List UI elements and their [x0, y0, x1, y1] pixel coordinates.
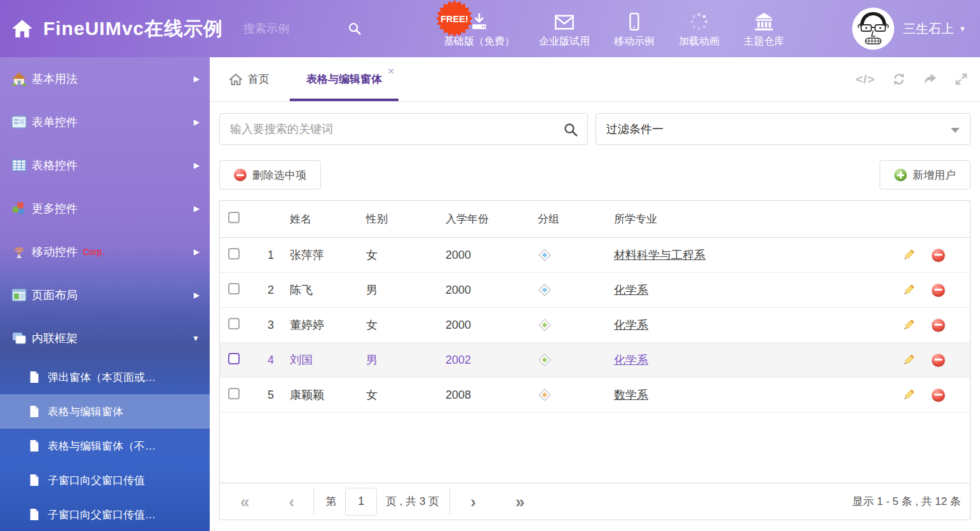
cell-gender: 女	[360, 387, 439, 403]
brand-logo[interactable]: FineUIMvc在线示例	[0, 16, 223, 42]
select-all-checkbox[interactable]	[228, 212, 240, 223]
sidebar-child-popup-window[interactable]: 弹出窗体（本页面或…	[0, 360, 210, 394]
app-title: FineUIMvc在线示例	[43, 16, 223, 42]
divider	[449, 488, 450, 515]
filter-dropdown[interactable]: 过滤条件一	[595, 113, 970, 145]
nav-mobile-demo[interactable]: 移动示例	[602, 10, 667, 48]
major-link[interactable]: 化学系	[614, 284, 648, 296]
tag-icon	[538, 353, 552, 367]
sidebar-item-iframe[interactable]: 内联框架 ▼	[0, 317, 210, 360]
nav-theme-store[interactable]: 主题仓库	[732, 10, 796, 48]
sidebar-item-page-layout[interactable]: 页面布局 ▶	[0, 273, 210, 317]
edit-pencil-icon[interactable]	[902, 249, 915, 262]
cell-gender: 男	[360, 282, 439, 298]
next-page-button[interactable]: ›	[470, 493, 476, 510]
edit-pencil-icon[interactable]	[902, 319, 915, 332]
row-checkbox[interactable]	[228, 353, 240, 364]
chevron-right-icon: ▶	[194, 204, 200, 213]
antenna-icon	[11, 244, 27, 259]
tab-home[interactable]: 首页	[229, 72, 269, 86]
major-link[interactable]: 化学系	[614, 319, 648, 331]
cell-year: 2000	[439, 319, 531, 332]
main-content: 首页 表格与编辑窗体 ✕ </>	[210, 57, 980, 531]
search-icon[interactable]	[563, 122, 578, 137]
edit-pencil-icon[interactable]	[902, 354, 915, 367]
filter-dropdown-value: 过滤条件一	[606, 121, 664, 137]
nav-enterprise-trial[interactable]: 企业版试用	[527, 10, 602, 48]
sidebar-item-form-controls[interactable]: 表单控件 ▶	[0, 100, 210, 144]
grid-toolbar: 删除选中项 新增用户	[219, 160, 970, 190]
tab-active-label: 表格与编辑窗体	[306, 72, 382, 86]
chevron-right-icon: ▶	[194, 161, 200, 170]
file-icon	[28, 371, 41, 383]
share-forward-icon[interactable]	[923, 72, 937, 86]
cell-gender: 男	[360, 352, 439, 368]
edit-pencil-icon[interactable]	[902, 284, 915, 297]
sidebar-item-grid-controls[interactable]: 表格控件 ▶	[0, 144, 210, 187]
frames-icon	[11, 331, 27, 346]
delete-row-icon[interactable]	[932, 389, 945, 402]
header-search-input[interactable]	[243, 22, 339, 36]
chevron-right-icon: ▶	[194, 247, 200, 256]
major-link[interactable]: 数学系	[614, 389, 648, 401]
add-user-button[interactable]: 新增用户	[880, 160, 970, 190]
source-code-icon[interactable]: </>	[856, 72, 875, 86]
pagination-summary: 显示 1 - 5 条 , 共 12 条	[852, 494, 961, 509]
sidebar-item-basic-usage[interactable]: 基本用法 ▶	[0, 57, 210, 100]
delete-row-icon[interactable]	[932, 319, 945, 332]
expand-icon[interactable]	[954, 72, 969, 86]
close-icon[interactable]: ✕	[387, 66, 395, 76]
search-icon[interactable]	[348, 22, 362, 36]
home-icon	[11, 18, 33, 39]
chevron-right-icon: ▶	[194, 118, 200, 127]
col-header-major: 所学专业	[608, 212, 889, 226]
caret-down-icon	[951, 128, 960, 133]
major-link[interactable]: 材料科学与工程系	[614, 249, 705, 261]
cubes-icon	[11, 201, 27, 216]
delete-row-icon[interactable]	[932, 249, 945, 262]
cell-name: 刘国	[280, 352, 360, 368]
avatar	[852, 8, 894, 50]
delete-row-icon[interactable]	[932, 284, 945, 297]
col-header-group: 分组	[531, 212, 608, 226]
sidebar-child-grid-edit-window-2[interactable]: 表格与编辑窗体（不…	[0, 429, 210, 463]
refresh-icon[interactable]	[892, 72, 906, 86]
sidebar-item-more-controls[interactable]: 更多控件 ▶	[0, 187, 210, 230]
delete-selected-button[interactable]: 删除选中项	[219, 160, 321, 190]
row-checkbox[interactable]	[228, 248, 240, 259]
keyword-search-input[interactable]	[220, 114, 587, 144]
header-nav: 基础版（免费） 企业版试用 移动示例 加载动画	[432, 10, 796, 48]
sidebar-child-child-to-parent[interactable]: 子窗口向父窗口传值	[0, 463, 210, 497]
header-search	[243, 22, 371, 36]
cell-name: 陈飞	[280, 282, 360, 298]
active-tab-underline	[290, 99, 398, 101]
sidebar-item-mobile-controls[interactable]: 移动控件 Corp. ▶	[0, 230, 210, 273]
cell-gender: 女	[360, 247, 439, 263]
col-header-gender: 性别	[360, 212, 439, 226]
top-header: FineUIMvc在线示例 FREE! 基础版（免费） 企业版试用	[0, 0, 980, 57]
row-checkbox[interactable]	[228, 388, 240, 399]
row-number: 4	[248, 354, 280, 367]
home-icon	[229, 73, 243, 86]
edit-pencil-icon[interactable]	[902, 389, 915, 402]
app: FineUIMvc在线示例 FREE! 基础版（免费） 企业版试用	[0, 0, 980, 531]
row-checkbox[interactable]	[228, 283, 240, 294]
grid-header-row: 姓名 性别 入学年份 分组 所学专业	[220, 201, 970, 238]
row-checkbox[interactable]	[228, 318, 240, 329]
delete-row-icon[interactable]	[932, 354, 945, 367]
pagination-bar: « ‹ 第 页 , 共 3 页 › » 显示 1 - 5 条 , 共 12 条	[220, 483, 970, 520]
sidebar-child-child-to-parent-2[interactable]: 子窗口向父窗口传值…	[0, 497, 210, 531]
col-header-name: 姓名	[280, 212, 360, 226]
major-link[interactable]: 化学系	[614, 354, 648, 366]
prev-page-button[interactable]: ‹	[289, 493, 294, 510]
page-number-input[interactable]	[345, 488, 377, 516]
first-page-button[interactable]: «	[240, 493, 249, 510]
nav-loading-animation[interactable]: 加载动画	[667, 10, 732, 48]
user-menu[interactable]: 三生石上 ▼	[852, 8, 980, 50]
filter-row: 过滤条件一	[219, 113, 970, 145]
file-icon	[28, 439, 41, 452]
sidebar-child-grid-edit-window[interactable]: 表格与编辑窗体	[0, 394, 210, 429]
cell-name: 康颖颖	[280, 387, 360, 403]
last-page-button[interactable]: »	[515, 493, 524, 510]
tab-grid-edit-window[interactable]: 表格与编辑窗体 ✕	[290, 57, 398, 101]
